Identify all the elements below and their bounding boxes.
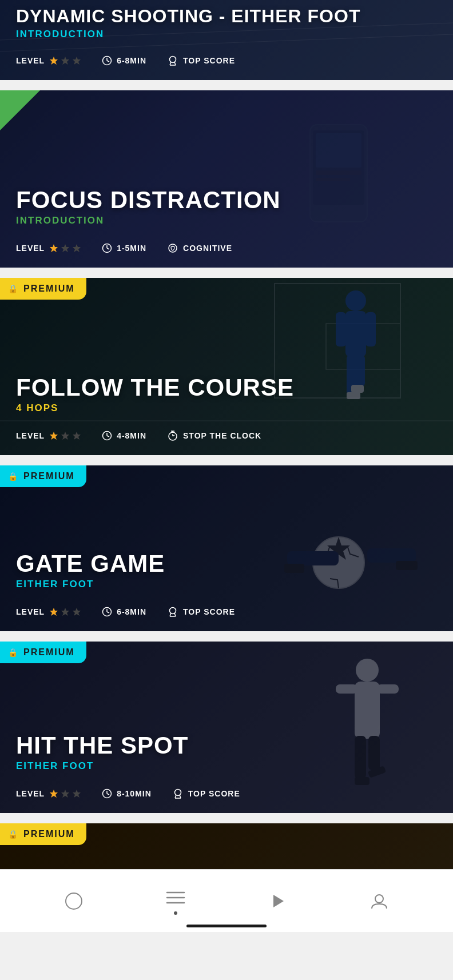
score-indicator: STOP THE CLOCK: [167, 430, 261, 441]
svg-line-22: [107, 248, 109, 249]
svg-marker-36: [50, 432, 58, 440]
svg-marker-18: [61, 244, 69, 252]
svg-marker-53: [61, 608, 69, 616]
lock-icon: 🔒: [8, 472, 19, 481]
level-label: LEVEL: [16, 789, 45, 798]
svg-marker-38: [73, 432, 81, 440]
card4-subtitle: EITHER FOOT: [16, 579, 437, 590]
card1-title: DYNAMIC SHOOTING - EITHER FOOT: [16, 7, 437, 26]
premium-label: PREMIUM: [23, 471, 75, 481]
svg-point-58: [170, 608, 176, 614]
card-dynamic-shooting[interactable]: DYNAMIC SHOOTING - EITHER FOOT INTRODUCT…: [0, 0, 453, 80]
bottom-nav: [0, 869, 453, 932]
clock-icon: [102, 788, 112, 799]
card2-title: FOCUS DISTRACTION: [16, 188, 437, 213]
star-2: [61, 244, 70, 253]
premium-badge: 🔒 PREMIUM: [0, 642, 86, 663]
svg-marker-2: [50, 57, 58, 65]
star-1: [49, 607, 58, 616]
stars: [49, 244, 81, 253]
card1-meta: LEVEL 6-8MIN TOP SCORE: [16, 55, 437, 66]
time-value: 6-8MIN: [117, 56, 146, 65]
card-hit-the-spot[interactable]: 🔒 PREMIUM HIT THE SPOT EITHER FOOT LEVEL: [0, 642, 453, 813]
star-1: [49, 244, 58, 253]
svg-line-75: [107, 794, 109, 795]
svg-marker-54: [73, 608, 81, 616]
svg-marker-72: [73, 790, 81, 798]
score-label: TOP SCORE: [188, 789, 240, 798]
card-follow-the-course[interactable]: 🔒 PREMIUM FOLLOW THE COURSE 4 HOPS LEVEL: [0, 278, 453, 455]
time-value: 8-10MIN: [117, 789, 152, 798]
score-indicator: TOP SCORE: [172, 788, 240, 799]
time-indicator: 6-8MIN: [102, 55, 146, 66]
user-icon: [369, 891, 390, 911]
level-indicator: LEVEL: [16, 607, 81, 616]
lock-icon: 🔒: [8, 648, 19, 657]
premium-badge: 🔒 PREMIUM: [0, 465, 86, 487]
card-partial-bottom[interactable]: 🔒 PREMIUM: [0, 823, 453, 869]
level-label: LEVEL: [16, 56, 45, 65]
star-2: [61, 789, 70, 798]
score-indicator: TOP SCORE: [167, 606, 235, 618]
card1-subtitle: INTRODUCTION: [16, 29, 437, 40]
star-2: [61, 607, 70, 616]
lock-icon: 🔒: [8, 284, 19, 293]
svg-marker-70: [50, 790, 58, 798]
svg-marker-17: [50, 244, 58, 252]
level-indicator: LEVEL: [16, 56, 81, 65]
level-label: LEVEL: [16, 607, 45, 616]
svg-marker-71: [61, 790, 69, 798]
nav-profile[interactable]: [369, 891, 390, 911]
card2-subtitle: INTRODUCTION: [16, 215, 437, 226]
card-content: HIT THE SPOT EITHER FOOT LEVEL 8-10MIN: [0, 642, 453, 813]
card-gate-game[interactable]: 🔒 PREMIUM GATE GAME EITHER FOOT LEVEL: [0, 465, 453, 631]
premium-label: PREMIUM: [23, 647, 75, 658]
card-content: FOCUS DISTRACTION INTRODUCTION LEVEL 1-5…: [0, 90, 453, 268]
intro-badge: [0, 90, 40, 130]
time-indicator: 4-8MIN: [102, 431, 146, 441]
card-focus-distraction[interactable]: FOCUS DISTRACTION INTRODUCTION LEVEL 1-5…: [0, 90, 453, 268]
medal-icon: [167, 55, 178, 66]
svg-line-9: [170, 62, 171, 65]
card-content: DYNAMIC SHOOTING - EITHER FOOT INTRODUCT…: [0, 0, 453, 80]
clock-icon: [102, 243, 112, 253]
nav-menu[interactable]: [165, 887, 186, 915]
brain-icon: [167, 242, 178, 254]
score-indicator: TOP SCORE: [167, 55, 235, 66]
nav-play[interactable]: [267, 891, 288, 911]
level-label: LEVEL: [16, 244, 45, 253]
card4-title: GATE GAME: [16, 551, 437, 576]
score-label: TOP SCORE: [183, 56, 235, 65]
star-1: [49, 56, 58, 65]
menu-icon: [165, 887, 186, 908]
star-3: [72, 789, 81, 798]
premium-label: PREMIUM: [23, 829, 75, 839]
time-value: 4-8MIN: [117, 431, 146, 440]
card3-subtitle: 4 HOPS: [16, 403, 437, 414]
card-content: FOLLOW THE COURSE 4 HOPS LEVEL 4-8MIN: [0, 278, 453, 455]
card2-meta: LEVEL 1-5MIN COGNITIVE: [16, 242, 437, 254]
home-icon: [63, 891, 84, 911]
nav-active-dot: [174, 911, 177, 915]
card5-title: HIT THE SPOT: [16, 733, 437, 758]
svg-point-8: [170, 57, 176, 63]
score-label: STOP THE CLOCK: [183, 431, 261, 440]
time-indicator: 8-10MIN: [102, 788, 152, 799]
lock-icon: 🔒: [8, 830, 19, 839]
svg-marker-84: [273, 895, 284, 907]
star-3: [72, 56, 81, 65]
star-1: [49, 789, 58, 798]
stars: [49, 607, 81, 616]
medal-icon: [167, 606, 178, 618]
nav-home[interactable]: [63, 891, 84, 911]
card3-meta: LEVEL 4-8MIN STOP THE CLOCK: [16, 430, 437, 441]
svg-line-10: [174, 62, 176, 65]
svg-point-76: [174, 790, 181, 796]
card5-subtitle: EITHER FOOT: [16, 760, 437, 772]
svg-marker-3: [61, 57, 69, 65]
level-indicator: LEVEL: [16, 244, 81, 253]
svg-marker-4: [73, 57, 81, 65]
stars: [49, 431, 81, 440]
clock-icon: [102, 607, 112, 617]
clock-icon: [102, 55, 112, 66]
